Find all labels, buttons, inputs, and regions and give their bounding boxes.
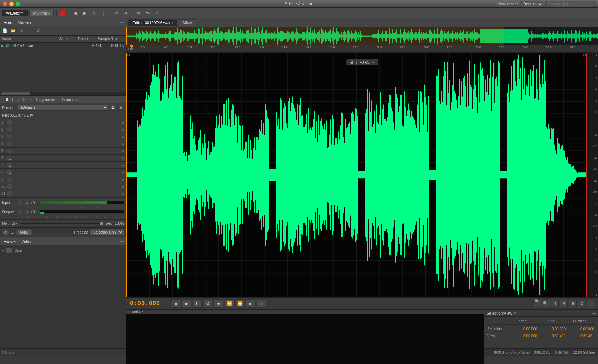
toolbar-cursor-btn[interactable]: | [99,9,107,17]
rew-btn[interactable]: ⏪ [225,299,234,308]
zoom-out-v-btn[interactable]: ⬇ [560,300,568,307]
tab-video[interactable]: Video [20,239,33,243]
tab-properties[interactable]: Properties [60,97,81,102]
slot-9-power[interactable]: ⏻ [7,177,12,182]
selection-close[interactable]: ✕ [514,311,516,315]
effects-list-btn[interactable]: ☰ [11,230,14,235]
editor-tab-close[interactable]: ▾ [172,21,173,25]
files-panel-minimize[interactable]: — [120,20,124,24]
minimize-button[interactable] [9,2,14,6]
effect-slot-3[interactable]: 3 ⏻ ▶ [0,133,126,140]
slot-10-power[interactable]: ⏻ [7,184,12,189]
slot-3-power[interactable]: ⏻ [7,134,12,139]
toolbar-edit-btn[interactable]: ✏ [135,9,143,17]
files-scrollbar-h[interactable] [0,92,126,95]
history-minimize[interactable]: — [120,239,124,243]
fwd-btn[interactable]: ⏩ [235,299,245,308]
prev-btn[interactable]: ⏮ [214,299,223,308]
toolbar-tool3-btn[interactable]: ⌖ [153,9,161,17]
stop-btn[interactable]: ■ [171,299,180,308]
slot-2-power[interactable]: ⏻ [7,127,12,132]
effects-panel-minimize[interactable]: — [120,97,124,101]
effect-slot-5[interactable]: 5 ⏻ ▶ [0,148,126,155]
volume-indicator[interactable]: 🔒 ℹ +0 dB ✕ [346,59,378,65]
zoom-fit-btn[interactable]: ↔ [587,300,594,307]
close-button[interactable] [3,2,7,6]
slot-6-power[interactable]: ⏻ [7,156,12,161]
tab-files[interactable]: Files [2,20,13,25]
zoom-sel-btn[interactable]: ⊡ [578,300,586,307]
presets-select[interactable]: (Default) [18,105,108,111]
zoom-in-h-btn[interactable]: 🔍+ [533,300,541,307]
toolbar-undo-btn[interactable]: ↩ [112,9,120,17]
slot-8-power[interactable]: ⏻ [7,170,12,175]
selection-label: Selection [487,327,509,331]
zoom-full-btn[interactable]: ⊞ [569,300,577,307]
toolbar-back-btn[interactable]: ◀ [72,9,79,17]
toolbar-redo-btn[interactable]: ↪ [122,9,130,17]
waveform-overview[interactable] [126,27,598,46]
effects-power-btn[interactable]: ⏻ [2,229,9,236]
tab-history[interactable]: History [2,239,17,243]
loop-btn[interactable]: ↺ [203,299,213,308]
waveform-editor[interactable]: 🔒 ℹ +0 dB ✕ -1 -2 -3 -4 -6 -9 -12 -15 -1… [126,53,598,297]
volume-close-btn[interactable]: ✕ [372,60,375,64]
apply-button[interactable]: Apply [16,229,32,235]
effect-slot-4[interactable]: 4 ⏻ ▶ [0,140,126,148]
move-to-btn[interactable]: → [26,28,33,34]
editor-panel-minimize[interactable]: — [592,21,596,25]
selection-minimize[interactable]: — [592,311,596,315]
presets-delete-btn[interactable]: 🗑 [117,105,124,111]
tab-markers[interactable]: Markers [16,20,33,25]
slot-11-power[interactable]: ⏻ [7,191,12,196]
effect-slot-9[interactable]: 9 ⏻ ▶ [0,176,126,183]
effect-slot-1[interactable]: 1 ⏻ ▶ [0,119,126,126]
open-file-btn[interactable]: 📂 [10,28,17,34]
toolbar-start-btn[interactable]: ⟨⟨ [90,9,98,17]
editor-tab-main[interactable]: Editor: 00120746.wav ▾ [128,19,177,26]
loop-file-btn[interactable]: ↺ [34,28,41,34]
close-file-btn[interactable]: ✕ [18,28,25,34]
effect-slot-11[interactable]: 11 ⏻ ▶ [0,190,126,197]
input-gain-triangle[interactable]: ◿ [18,200,23,205]
multitrack-tab-btn[interactable]: Multitrack [29,10,54,16]
file-row[interactable]: ▶ 🔊 00120746.wav 0:39.491 8000 Hz [0,43,126,49]
effect-slot-2[interactable]: 2 ⏻ ▶ [0,126,126,133]
workspace-select[interactable]: Default [520,1,543,7]
zoom-in-v-btn[interactable]: ⬆ [551,300,559,307]
mix-slider[interactable] [20,223,103,224]
history-item-open[interactable]: ▶ Open [2,247,124,254]
tab-diagnostics[interactable]: Diagnostics [35,97,58,102]
waveform-tab-btn[interactable]: Waveform [2,10,28,16]
files-scrollbar-thumb[interactable] [1,92,30,95]
maximize-button[interactable] [16,2,20,6]
output-power-btn[interactable]: ⏻ [24,209,29,214]
slot-7-power[interactable]: ⏻ [7,163,12,168]
tab-effects-rack[interactable]: Effects Rack [2,97,27,102]
process-select[interactable]: Selection Only Entire File [90,229,124,235]
effect-slot-6[interactable]: 6 ⏻ ▶ [0,155,126,162]
new-file-btn[interactable]: 📄 [1,28,9,34]
slot-1-power[interactable]: ⏻ [7,120,12,125]
output-gain-triangle[interactable]: ◿ [18,209,23,214]
toolbar-smooth-btn[interactable]: 〜 [144,9,152,17]
levels-close[interactable]: ✕ [141,310,144,314]
record-btn[interactable]: ● [257,299,266,308]
zoom-out-h-btn[interactable]: 🔍- [542,300,550,307]
slot-5-power[interactable]: ⏻ [7,149,12,154]
mixer-tab[interactable]: Mixer [179,19,196,26]
effect-slot-7[interactable]: 7 ⏻ ▶ [0,162,126,169]
play-btn[interactable]: ▶ [182,299,191,308]
presets-save-btn[interactable]: 💾 [110,105,116,111]
volume-info-icon: ℹ [356,60,357,64]
mix-slider-thumb[interactable] [100,222,103,225]
slot-4-power[interactable]: ⏻ [7,141,12,146]
input-power-btn[interactable]: ⏻ [24,200,29,205]
toolbar-forward-btn[interactable]: ▶ [81,9,89,17]
db-6: -6 [588,99,597,102]
pause-btn[interactable]: ⏸ [193,299,202,308]
next-btn[interactable]: ⏭ [246,299,255,308]
search-help-input[interactable] [545,1,595,7]
effect-slot-10[interactable]: 10 ⏻ ▶ [0,183,126,190]
effect-slot-8[interactable]: 8 ⏻ ▶ [0,169,126,176]
